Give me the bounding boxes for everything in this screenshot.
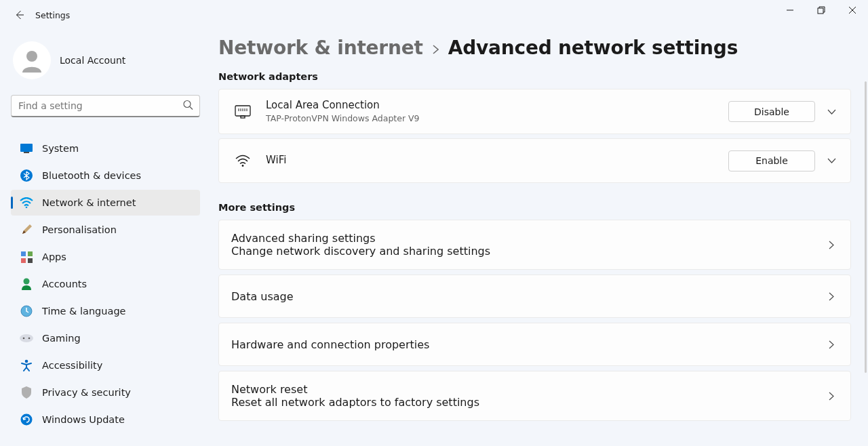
card-text: Data usage (231, 290, 825, 303)
chevron-right-icon (825, 392, 838, 401)
minimize-button[interactable] (774, 0, 806, 20)
card-text: Network reset Reset all network adaptors… (231, 383, 825, 409)
sidebar-item-accounts[interactable]: Accounts (11, 271, 200, 297)
sidebar-item-accessibility[interactable]: Accessibility (11, 352, 200, 378)
close-icon (849, 7, 856, 14)
wifi-icon (231, 149, 254, 172)
svg-rect-10 (28, 258, 33, 263)
clock-globe-icon (19, 304, 34, 319)
close-button[interactable] (837, 0, 868, 20)
sidebar-item-time[interactable]: Time & language (11, 298, 200, 324)
adapter-card-lan[interactable]: Local Area Connection TAP-ProtonVPN Wind… (218, 89, 851, 134)
svg-point-14 (20, 334, 33, 342)
display-icon (19, 141, 34, 156)
svg-point-16 (28, 338, 31, 340)
svg-rect-3 (20, 144, 33, 152)
chevron-right-icon (433, 43, 439, 57)
card-text: WiFi (266, 154, 728, 167)
chevron-down-icon (827, 109, 836, 115)
sidebar-item-label: Windows Update (42, 414, 125, 425)
section-header-more: More settings (218, 202, 851, 213)
sidebar-item-label: Accounts (42, 279, 87, 289)
card-actions: Disable (728, 101, 838, 122)
sidebar-item-apps[interactable]: Apps (11, 244, 200, 270)
ethernet-icon (231, 100, 254, 123)
chevron-right-icon (825, 340, 838, 349)
adapter-title: Local Area Connection (266, 99, 728, 113)
sidebar-item-privacy[interactable]: Privacy & security (11, 380, 200, 405)
avatar (13, 41, 51, 79)
window-controls (774, 0, 868, 20)
sidebar-item-label: Accessibility (42, 360, 102, 371)
maximize-button[interactable] (806, 0, 837, 20)
adapter-card-wifi[interactable]: WiFi Enable (218, 138, 851, 183)
scrollbar[interactable] (865, 81, 867, 373)
sidebar-item-label: System (42, 143, 79, 154)
sidebar-item-label: Bluetooth & devices (42, 170, 141, 181)
svg-point-21 (242, 165, 244, 167)
svg-rect-8 (28, 251, 33, 256)
breadcrumb-parent[interactable]: Network & internet (218, 37, 423, 59)
chevron-down-icon (827, 158, 836, 163)
account-section[interactable]: Local Account (11, 37, 211, 84)
breadcrumb-current: Advanced network settings (448, 37, 738, 59)
more-subtitle: Reset all network adaptors to factory se… (231, 396, 825, 409)
svg-rect-9 (21, 258, 26, 263)
search-input[interactable] (11, 95, 200, 117)
section-header-adapters: Network adapters (218, 71, 851, 82)
svg-point-11 (24, 279, 30, 285)
sidebar-item-update[interactable]: Windows Update (11, 407, 200, 432)
title-bar: Settings (0, 0, 868, 30)
svg-point-18 (21, 414, 33, 426)
sidebar-item-personalisation[interactable]: Personalisation (11, 217, 200, 243)
disable-button[interactable]: Disable (728, 101, 815, 122)
svg-point-6 (26, 207, 28, 208)
search-icon (183, 100, 193, 113)
sidebar-item-label: Personalisation (42, 224, 117, 235)
enable-button[interactable]: Enable (728, 150, 815, 171)
sidebar-item-label: Gaming (42, 333, 81, 344)
gamepad-icon (19, 331, 34, 346)
sidebar-item-gaming[interactable]: Gaming (11, 325, 200, 351)
nav-list: System Bluetooth & devices Network & int… (11, 136, 200, 432)
svg-point-2 (184, 100, 191, 107)
maximize-restore-icon (817, 6, 825, 14)
svg-rect-0 (818, 8, 823, 14)
svg-rect-20 (241, 116, 245, 118)
card-text: Advanced sharing settings Change network… (231, 232, 825, 258)
chevron-right-icon (825, 292, 838, 301)
arrow-left-icon (14, 9, 24, 20)
more-subtitle: Change network discovery and sharing set… (231, 245, 825, 258)
minimize-icon (787, 7, 793, 14)
more-item-network-reset[interactable]: Network reset Reset all network adaptors… (218, 371, 851, 421)
more-item-data-usage[interactable]: Data usage (218, 275, 851, 318)
more-title: Hardware and connection properties (231, 338, 825, 351)
expand-button[interactable] (825, 158, 838, 163)
back-button[interactable] (4, 0, 34, 30)
more-title: Network reset (231, 383, 825, 396)
window-title: Settings (35, 10, 70, 20)
adapter-subtitle: TAP-ProtonVPN Windows Adapter V9 (266, 113, 728, 125)
breadcrumb: Network & internet Advanced network sett… (218, 37, 851, 59)
adapters-list: Local Area Connection TAP-ProtonVPN Wind… (218, 89, 851, 183)
adapter-title: WiFi (266, 154, 728, 167)
account-name: Local Account (60, 55, 125, 66)
svg-point-17 (25, 360, 28, 363)
expand-button[interactable] (825, 109, 838, 115)
sidebar-item-system[interactable]: System (11, 136, 200, 161)
more-item-hardware[interactable]: Hardware and connection properties (218, 323, 851, 366)
sidebar-item-label: Network & internet (42, 197, 136, 208)
sidebar-item-bluetooth[interactable]: Bluetooth & devices (11, 163, 200, 188)
more-item-sharing[interactable]: Advanced sharing settings Change network… (218, 220, 851, 270)
sidebar-item-label: Privacy & security (42, 387, 131, 398)
paintbrush-icon (19, 222, 34, 237)
search-box-wrap (11, 95, 200, 117)
more-title: Advanced sharing settings (231, 232, 825, 245)
person-icon (18, 47, 45, 74)
sidebar-item-network[interactable]: Network & internet (11, 190, 200, 216)
person-icon (19, 277, 34, 291)
svg-point-15 (23, 338, 25, 340)
svg-rect-4 (24, 152, 29, 153)
svg-rect-7 (21, 251, 26, 256)
svg-point-1 (26, 51, 37, 62)
